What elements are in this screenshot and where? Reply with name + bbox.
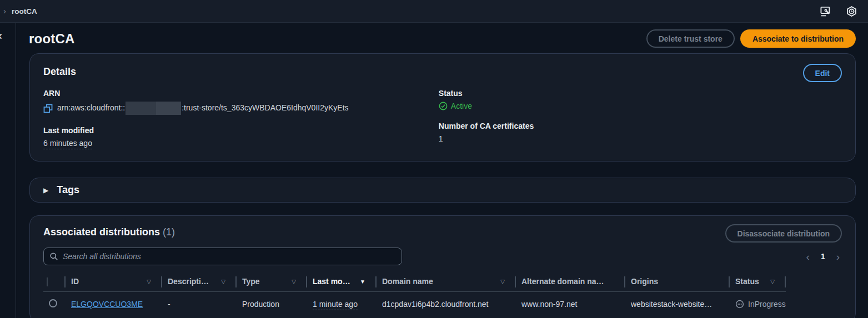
last-modified-value: 6 minutes ago — [43, 139, 439, 148]
tags-expander[interactable]: ▶ Tags — [29, 178, 856, 203]
row-status-cell: InProgress — [730, 292, 786, 317]
arn-field: ARN arn:aws:cloudfront:::trust-store/ts_… — [43, 89, 439, 115]
row-status-text: InProgress — [748, 300, 786, 309]
row-radio-button[interactable] — [49, 299, 57, 307]
distributions-title: Associated distributions (1) — [43, 224, 175, 238]
copy-icon[interactable] — [43, 104, 53, 113]
details-right-column: Status Active Number of CA certificates — [439, 89, 842, 148]
delete-trust-store-button[interactable]: Delete trust store — [646, 29, 735, 48]
hexagon-clock-icon[interactable] — [846, 6, 857, 17]
filter-arrow-icon: ▽ — [500, 279, 505, 285]
column-header-alternate-domain[interactable]: Alternate domain na… — [516, 272, 625, 292]
distributions-count: (1) — [163, 226, 175, 238]
row-domain-name-cell: d1cpdav1i6p4b2.cloudfront.net — [377, 292, 516, 317]
page-header: rootCA Delete trust store Associate to d… — [29, 29, 856, 48]
page-number[interactable]: 1 — [821, 252, 825, 261]
last-modified-label: Last modified — [43, 126, 439, 135]
filter-arrow-icon: ▽ — [221, 279, 225, 285]
ca-certificates-value: 1 — [439, 134, 842, 143]
topbar-icons — [820, 6, 857, 17]
selection-column-header — [43, 272, 66, 292]
distributions-toolbar: ‹ 1 › — [43, 248, 842, 265]
row-alternate-domain-cell: www.non-97.net — [516, 292, 625, 317]
associate-to-distribution-button[interactable]: Associate to distribution — [740, 29, 856, 48]
column-header-id[interactable]: ID▽ — [66, 272, 162, 292]
search-icon — [49, 252, 58, 261]
column-header-spacer — [786, 272, 842, 292]
breadcrumb-chevron-icon: › — [3, 7, 6, 15]
row-select-cell — [43, 292, 66, 317]
in-progress-icon — [735, 300, 744, 309]
top-navigation-bar: › rootCA — [0, 0, 868, 23]
distribution-id-link[interactable]: ELGQOVCCUO3ME — [71, 300, 143, 309]
main-content: rootCA Delete trust store Associate to d… — [16, 23, 868, 318]
row-type-cell: Production — [237, 292, 307, 317]
page-title: rootCA — [29, 31, 75, 47]
success-check-icon — [439, 102, 448, 110]
search-box — [43, 248, 402, 265]
status-label: Status — [439, 89, 842, 98]
last-modified-tooltip-trigger[interactable]: 6 minutes ago — [43, 139, 92, 149]
details-grid: ARN arn:aws:cloudfront:::trust-store/ts_… — [43, 89, 842, 148]
column-header-description[interactable]: Descripti…▽ — [162, 272, 237, 292]
column-header-origins[interactable]: Origins — [625, 272, 730, 292]
row-origins-cell: websitestack-website… — [625, 292, 730, 317]
row-description-cell: - — [162, 292, 237, 317]
distributions-header: Associated distributions (1) Disassociat… — [43, 224, 842, 243]
column-header-type[interactable]: Type▽ — [237, 272, 307, 292]
previous-page-icon[interactable]: ‹ — [806, 251, 810, 262]
details-header: Details Edit — [43, 64, 842, 82]
close-panel-icon[interactable]: ✕ — [0, 32, 3, 42]
redacted-account-id — [126, 102, 181, 115]
last-modified-field: Last modified 6 minutes ago — [43, 126, 439, 148]
status-value: Active — [439, 102, 842, 110]
next-page-icon[interactable]: › — [836, 251, 840, 262]
arn-text: arn:aws:cloudfront:::trust-store/ts_363c… — [57, 102, 349, 115]
filter-arrow-icon: ▽ — [770, 279, 775, 285]
associated-distributions-container: Associated distributions (1) Disassociat… — [29, 215, 856, 318]
ca-certificates-label: Number of CA certificates — [439, 122, 842, 130]
monitor-wrench-icon[interactable] — [820, 6, 831, 17]
distributions-table: ID▽ Descripti…▽ Type▽ Last mo…▼ Domain n… — [43, 272, 842, 316]
filter-arrow-icon: ▽ — [147, 279, 151, 285]
filter-arrow-icon: ▽ — [292, 279, 296, 285]
table-row: ELGQOVCCUO3ME - Production 1 minute ago … — [43, 292, 842, 317]
arn-value: arn:aws:cloudfront:::trust-store/ts_363c… — [43, 102, 439, 115]
column-header-domain-name[interactable]: Domain name▽ — [377, 272, 516, 292]
status-field: Status Active — [439, 89, 842, 110]
row-id-cell: ELGQOVCCUO3ME — [66, 292, 162, 317]
row-last-modified-tooltip-trigger[interactable]: 1 minute ago — [313, 300, 358, 310]
header-actions: Delete trust store Associate to distribu… — [646, 29, 856, 48]
side-panel-edge: ✕ — [0, 23, 16, 318]
disassociate-distribution-button[interactable]: Disassociate distribution — [725, 224, 842, 243]
sort-descending-icon: ▼ — [360, 279, 365, 285]
expand-triangle-icon[interactable]: ▶ — [43, 186, 48, 194]
edit-button[interactable]: Edit — [803, 64, 842, 82]
row-last-modified-cell: 1 minute ago — [307, 292, 377, 317]
status-text: Active — [451, 102, 472, 110]
search-input[interactable] — [43, 248, 402, 265]
table-header-row: ID▽ Descripti…▽ Type▽ Last mo…▼ Domain n… — [43, 272, 842, 292]
breadcrumb-item-rootca[interactable]: rootCA — [12, 7, 37, 16]
details-left-column: ARN arn:aws:cloudfront:::trust-store/ts_… — [43, 89, 439, 148]
ca-certificates-field: Number of CA certificates 1 — [439, 122, 842, 143]
tags-title: Tags — [57, 184, 79, 196]
column-header-last-modified[interactable]: Last mo…▼ — [307, 272, 377, 292]
column-header-status[interactable]: Status▽ — [730, 272, 786, 292]
pagination: ‹ 1 › — [806, 251, 842, 262]
details-container: Details Edit ARN arn:aws:cloudfront:::tr… — [29, 53, 856, 161]
breadcrumb: › rootCA — [3, 7, 37, 16]
details-title: Details — [43, 64, 76, 78]
arn-label: ARN — [43, 89, 439, 98]
